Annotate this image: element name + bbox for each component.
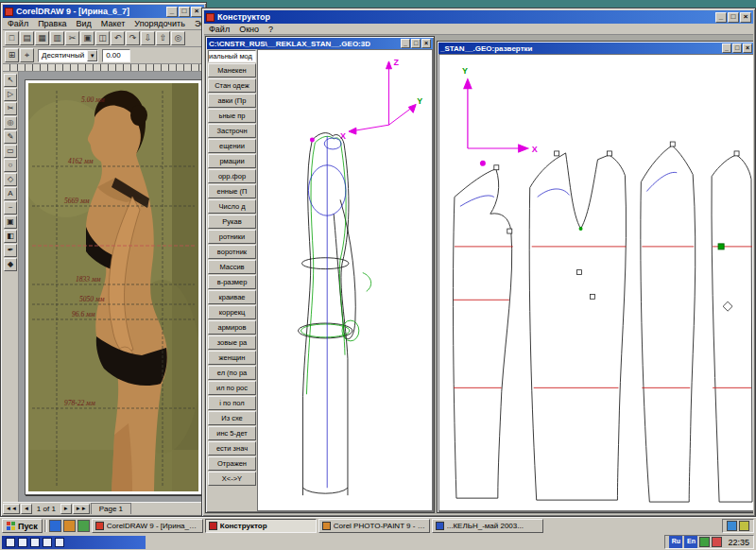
toolbar-icon[interactable] xyxy=(55,538,64,547)
maximize-icon[interactable]: □ xyxy=(411,39,421,48)
konstruktor-titlebar[interactable]: Конструктор _ □ × xyxy=(204,10,753,24)
tray-icon-1[interactable] xyxy=(727,521,737,531)
toolbar-icon[interactable] xyxy=(30,538,40,547)
knife-tool-icon[interactable]: ✂ xyxy=(4,102,17,115)
grid-icon[interactable]: ⊞ xyxy=(5,48,19,62)
drawing-canvas[interactable]: 5.00 мм 4162 мм 5669 мм 1833 мм 5050 мм … xyxy=(19,72,204,502)
target-icon[interactable]: ⌖ xyxy=(20,48,34,62)
panel-button[interactable]: ротники xyxy=(208,230,256,244)
panel-button[interactable]: ил по рос xyxy=(208,381,256,395)
panel-button[interactable]: Застрочн xyxy=(208,124,256,138)
undo-icon[interactable]: ↶ xyxy=(111,31,125,45)
panel-button[interactable]: Отражен xyxy=(208,456,256,471)
toolbar-icon[interactable] xyxy=(18,538,27,547)
task-photopaint[interactable]: Corel PHOTO-PAINT 9 - К... xyxy=(318,519,430,533)
copy-icon[interactable]: ▣ xyxy=(80,31,94,45)
panel-button[interactable]: рмации xyxy=(208,154,256,168)
panel-button[interactable]: Из схе xyxy=(208,411,256,425)
interactive-tool-icon[interactable]: ▣ xyxy=(4,215,17,229)
last-page-button[interactable]: ►► xyxy=(73,504,90,514)
new-icon[interactable]: □ xyxy=(5,31,19,45)
task-konstruktor[interactable]: Конструктор xyxy=(205,519,317,533)
panel-button[interactable]: женщин xyxy=(208,351,256,365)
menu-layout[interactable]: Макет xyxy=(96,19,129,28)
polygon-tool-icon[interactable]: ◇ xyxy=(4,173,17,186)
freehand-tool-icon[interactable]: ✎ xyxy=(4,130,17,144)
menu-edit[interactable]: Правка xyxy=(33,19,71,28)
panel-button[interactable]: воротник xyxy=(208,245,256,259)
open-icon[interactable]: ▤ xyxy=(20,31,34,45)
quicklaunch-icon-2[interactable] xyxy=(63,520,76,532)
task-coreldraw[interactable]: CorelDRAW 9 - [Ирина_6... xyxy=(92,519,203,533)
module-selector[interactable]: иальный мод xyxy=(208,50,256,62)
menu-window[interactable]: Окно xyxy=(234,25,264,34)
previous-page-button[interactable]: ◄ xyxy=(21,504,32,514)
panel-button[interactable]: ьные пр xyxy=(208,109,256,123)
language-indicator-en[interactable]: En xyxy=(684,536,697,548)
panel-button-manekehn[interactable]: Манекен xyxy=(208,63,256,77)
panel-button[interactable]: орр.фор xyxy=(208,169,256,183)
panel-button[interactable]: Стан одеж xyxy=(208,78,256,93)
menu-view[interactable]: Вид xyxy=(72,19,96,28)
maximize-icon[interactable]: □ xyxy=(179,7,190,17)
quicklaunch-icon-1[interactable] xyxy=(49,520,61,532)
close-icon[interactable]: × xyxy=(421,39,431,48)
3d-view-canvas[interactable]: Z X Y xyxy=(257,49,433,511)
menu-help[interactable]: ? xyxy=(264,25,278,34)
zoom-icon[interactable]: ◎ xyxy=(171,31,185,45)
eyedropper-tool-icon[interactable]: ◧ xyxy=(4,230,17,243)
redo-icon[interactable]: ↷ xyxy=(126,31,140,45)
panel-button[interactable]: зовые ра xyxy=(208,335,256,350)
curve-tool-icon[interactable]: ~ xyxy=(4,201,17,215)
panel-button[interactable]: ести знач xyxy=(208,441,256,455)
text-tool-icon[interactable]: A xyxy=(4,187,17,200)
export-icon[interactable]: ⇧ xyxy=(156,31,170,45)
pattern-canvas[interactable]: Y X xyxy=(438,54,753,511)
minimize-icon[interactable]: _ xyxy=(722,43,731,53)
panel-button[interactable]: ещении xyxy=(208,139,256,153)
chevron-down-icon[interactable]: ▼ xyxy=(87,50,97,61)
language-indicator-ru[interactable]: Ru xyxy=(669,536,682,548)
units-dropdown[interactable]: Десятичный ▼ xyxy=(38,49,98,62)
next-page-button[interactable]: ► xyxy=(60,504,72,514)
geo-unfold-titlebar[interactable]: _STAN__.GEO:развертки _ □ × xyxy=(438,43,753,54)
panel-button-rukav[interactable]: Рукав xyxy=(208,215,256,229)
first-page-button[interactable]: ◄◄ xyxy=(3,504,20,514)
menu-file[interactable]: Файл xyxy=(3,19,33,28)
close-icon[interactable]: × xyxy=(743,43,752,53)
outline-pen-icon[interactable]: ✒ xyxy=(4,244,17,257)
panel-button-massiv[interactable]: Массив xyxy=(208,260,256,274)
menu-file[interactable]: Файл xyxy=(204,25,234,34)
paste-icon[interactable]: ◫ xyxy=(95,31,110,45)
zoom-tool-icon[interactable]: ◎ xyxy=(4,116,17,129)
task-document[interactable]: ...КЕЛЬН_-май 2003... xyxy=(432,519,543,533)
maximize-icon[interactable]: □ xyxy=(728,12,739,23)
geo-3d-titlebar[interactable]: C:\CNSTR_RUS\__REKLAX_STAN__.GEO:3D _ □ … xyxy=(207,38,433,49)
panel-button[interactable]: армиров xyxy=(208,320,256,335)
start-button[interactable]: Пуск xyxy=(2,519,43,533)
panel-button[interactable]: коррекц xyxy=(208,305,256,319)
minimize-icon[interactable]: _ xyxy=(401,39,410,48)
tray-icon-4[interactable] xyxy=(712,537,722,547)
menu-arrange[interactable]: Упорядочить xyxy=(129,19,190,28)
panel-button-xy-swap[interactable]: X<->Y xyxy=(208,472,256,486)
minimize-icon[interactable]: _ xyxy=(166,7,178,17)
nudge-input[interactable]: 0.00 xyxy=(102,49,130,62)
ellipse-tool-icon[interactable]: ○ xyxy=(4,159,17,172)
panel-button[interactable]: в-размер xyxy=(208,275,256,289)
tray-icon-2[interactable] xyxy=(739,521,749,531)
panel-button[interactable]: авки (Пр xyxy=(208,94,256,108)
print-icon[interactable]: ▥ xyxy=(50,31,64,45)
minimize-icon[interactable]: _ xyxy=(715,12,727,23)
cut-icon[interactable]: ✂ xyxy=(65,31,79,45)
close-icon[interactable]: × xyxy=(740,12,751,23)
panel-button[interactable]: инс 5-дет xyxy=(208,426,256,440)
tray-icon-3[interactable] xyxy=(699,537,710,547)
panel-button[interactable]: і по пол xyxy=(208,396,256,410)
fill-tool-icon[interactable]: ◆ xyxy=(4,258,17,271)
panel-button[interactable]: Число д xyxy=(208,199,256,214)
coreldraw-titlebar[interactable]: CorelDRAW 9 - [Ирина_6_7] _ □ × xyxy=(3,5,204,18)
shape-tool-icon[interactable]: ▷ xyxy=(4,88,17,101)
tab-page-1[interactable]: Page 1 xyxy=(91,503,131,514)
toolbar-icon[interactable] xyxy=(6,538,15,547)
